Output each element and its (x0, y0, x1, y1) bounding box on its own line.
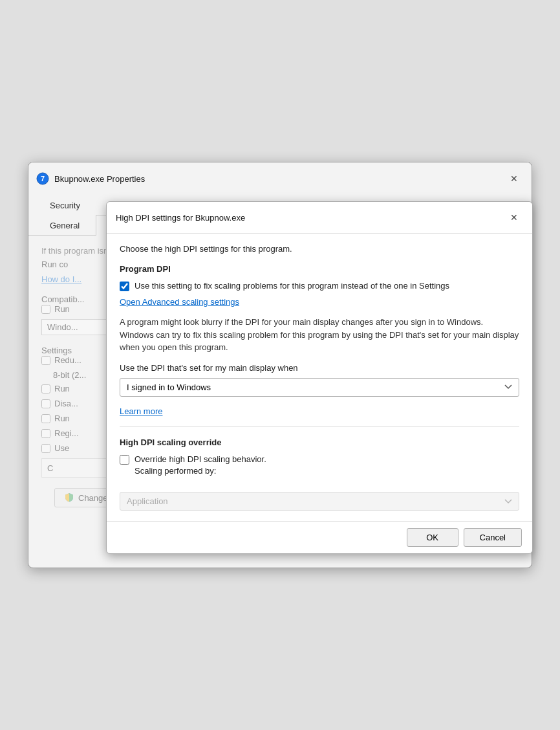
dialog-ok-button[interactable]: OK (407, 528, 458, 547)
high-dpi-override-header: High DPI scaling override (120, 437, 519, 447)
program-dpi-checkbox-label: Use this setting to fix scaling problems… (135, 280, 449, 292)
learn-more-link[interactable]: Learn more (120, 406, 519, 416)
run-label: Run (54, 304, 70, 314)
dpi-dropdown-label: Use the DPI that's set for my main displ… (120, 363, 519, 373)
run-checkbox[interactable] (41, 305, 50, 314)
program-dpi-checkbox[interactable] (120, 282, 129, 291)
reg-checkbox[interactable] (41, 429, 50, 438)
main-properties-window: 7 Bkupnow.exe Properties ✕ Security Deta… (28, 162, 532, 568)
dialog-subtitle: Choose the high DPI settings for this pr… (120, 244, 519, 254)
dialog-title: High DPI settings for Bkupnow.exe (116, 213, 505, 223)
tab-general[interactable]: General (34, 215, 96, 236)
open-advanced-scaling-link[interactable]: Open Advanced scaling settings (120, 297, 519, 307)
override-checkbox-label: Override high DPI scaling behavior.Scali… (135, 454, 266, 477)
shield-icon (64, 492, 74, 503)
svg-text:7: 7 (41, 175, 45, 182)
high-dpi-dialog: High DPI settings for Bkupnow.exe ✕ Choo… (106, 201, 533, 554)
use-checkbox[interactable] (41, 444, 50, 453)
main-window-title: Bkupnow.exe Properties (54, 174, 504, 184)
dialog-cancel-button[interactable]: Cancel (464, 528, 522, 547)
run-compat-label: Run co (41, 260, 68, 269)
dialog-close-button[interactable]: ✕ (505, 208, 523, 227)
reduce-checkbox[interactable] (41, 356, 50, 365)
override-checkbox-row: Override high DPI scaling behavior.Scali… (120, 454, 519, 477)
dialog-titlebar: High DPI settings for Bkupnow.exe ✕ (107, 202, 532, 234)
dialog-bottom-buttons: OK Cancel (107, 521, 532, 553)
run2-checkbox[interactable] (41, 384, 50, 393)
override-dpi-checkbox[interactable] (120, 455, 129, 465)
tab-security[interactable]: Security (34, 195, 96, 216)
main-close-button[interactable]: ✕ (504, 169, 524, 188)
program-dpi-checkbox-row: Use this setting to fix scaling problems… (120, 280, 519, 292)
application-dropdown: Application System System (Enhanced) (120, 492, 519, 511)
dpi-description: A program might look blurry if the DPI f… (120, 316, 519, 354)
program-dpi-header: Program DPI (120, 264, 519, 274)
section-divider (120, 426, 519, 427)
run3-checkbox[interactable] (41, 414, 50, 423)
dialog-body: Choose the high DPI settings for this pr… (107, 234, 532, 521)
signed-in-dropdown[interactable]: I signed in to Windows I open this progr… (120, 378, 519, 397)
disable-checkbox[interactable] (41, 399, 50, 408)
app-icon: 7 (36, 172, 49, 185)
how-do-i-link[interactable]: How do I... (41, 274, 81, 284)
main-titlebar: 7 Bkupnow.exe Properties ✕ (28, 162, 532, 195)
